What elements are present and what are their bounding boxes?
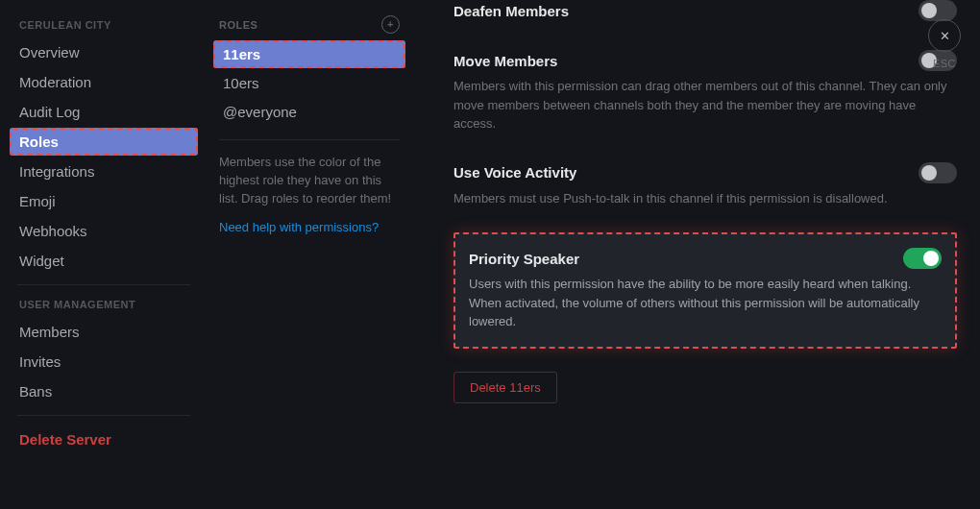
permission-toggle-priority-speaker[interactable]	[903, 248, 942, 269]
permission-description: Users with this permission have the abil…	[469, 275, 942, 331]
sidebar-divider	[17, 284, 190, 285]
delete-role-button[interactable]: Delete 11ers	[453, 372, 557, 403]
sidebar-category-user-mgmt: USER MANAGEMENT	[10, 295, 198, 316]
sidebar-item-delete-server[interactable]: Delete Server	[10, 425, 198, 453]
sidebar-item-audit-log[interactable]: Audit Log	[10, 98, 198, 126]
close-esc-label: ESC	[933, 58, 956, 69]
close-area: ✕ ESC	[928, 19, 961, 69]
add-role-button[interactable]: +	[381, 15, 400, 34]
settings-sidebar: CERULEAN CITY Overview Moderation Audit …	[0, 0, 204, 509]
sidebar-item-roles[interactable]: Roles	[10, 128, 198, 156]
sidebar-item-bans[interactable]: Bans	[10, 377, 198, 405]
toggle-knob	[921, 3, 937, 18]
roles-help-text: Members use the color of the highest rol…	[213, 154, 405, 208]
plus-icon: +	[387, 19, 394, 30]
role-permissions-panel: Deafen Members Move Members Members with…	[415, 0, 980, 509]
sidebar-item-emoji[interactable]: Emoji	[10, 187, 198, 215]
permission-use-voice-activity: Use Voice Activity Members must use Push…	[453, 151, 957, 226]
sidebar-item-moderation[interactable]: Moderation	[10, 68, 198, 96]
sidebar-category-server: CERULEAN CITY	[10, 15, 198, 36]
toggle-knob	[921, 165, 937, 181]
sidebar-item-integrations[interactable]: Integrations	[10, 158, 198, 185]
sidebar-item-overview[interactable]: Overview	[10, 38, 198, 66]
permission-title: Deafen Members	[453, 3, 569, 19]
sidebar-divider	[17, 415, 190, 416]
permission-title: Use Voice Activity	[453, 164, 576, 181]
server-settings-window: CERULEAN CITY Overview Moderation Audit …	[0, 0, 980, 509]
permission-title: Priority Speaker	[469, 251, 579, 267]
role-item-11ers[interactable]: 11ers	[213, 40, 405, 68]
role-item-everyone[interactable]: @everyone	[213, 98, 405, 126]
roles-list-panel: ROLES + 11ers 10ers @everyone Members us…	[204, 0, 415, 509]
permission-title: Move Members	[453, 53, 557, 69]
sidebar-item-webhooks[interactable]: Webhooks	[10, 217, 198, 245]
close-button[interactable]: ✕	[928, 19, 961, 52]
permission-toggle-deafen[interactable]	[919, 0, 957, 21]
role-item-10ers[interactable]: 10ers	[213, 69, 405, 97]
close-icon: ✕	[940, 29, 950, 43]
sidebar-item-invites[interactable]: Invites	[10, 348, 198, 376]
permission-toggle-voice-activity[interactable]	[919, 162, 957, 183]
permission-priority-speaker: Priority Speaker Users with this permiss…	[453, 232, 957, 349]
roles-help-link[interactable]: Need help with permissions?	[213, 208, 405, 234]
sidebar-item-widget[interactable]: Widget	[10, 247, 198, 275]
permission-description: Members with this permission can drag ot…	[453, 77, 953, 133]
sidebar-item-members[interactable]: Members	[10, 318, 198, 346]
permission-description: Members must use Push-to-talk in this ch…	[453, 189, 953, 208]
roles-divider	[219, 139, 400, 140]
toggle-knob	[923, 251, 939, 266]
permission-move-members: Move Members Members with this permissio…	[453, 38, 957, 151]
roles-header-label: ROLES	[219, 19, 257, 31]
permission-deafen-members: Deafen Members	[453, 0, 957, 38]
